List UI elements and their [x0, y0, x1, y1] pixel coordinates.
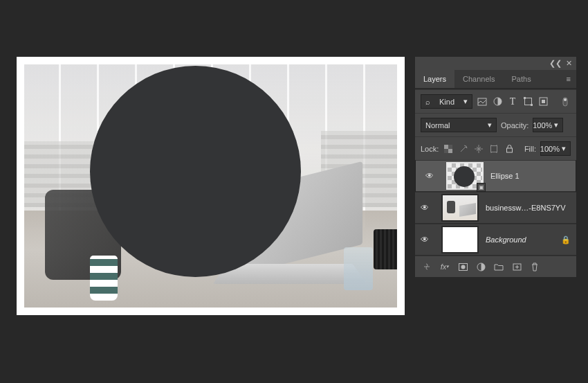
lock-all-icon[interactable]: [504, 143, 515, 154]
lock-pixels-icon[interactable]: [458, 143, 469, 154]
layer-fx-icon[interactable]: fx▾: [439, 261, 450, 272]
visibility-toggle-icon[interactable]: 👁: [415, 235, 434, 244]
layer-name[interactable]: Background: [486, 235, 554, 244]
svg-rect-13: [506, 148, 512, 152]
svg-rect-0: [478, 98, 486, 105]
canvas-stage: [17, 57, 405, 315]
delete-layer-icon[interactable]: [529, 261, 540, 272]
document-image[interactable]: [24, 64, 397, 308]
layer-thumbnail[interactable]: [441, 226, 479, 253]
group-layers-icon[interactable]: [493, 261, 504, 272]
fill-input[interactable]: 100% ▾: [540, 141, 571, 156]
svg-rect-11: [448, 149, 452, 153]
filter-pixel-icon[interactable]: [477, 96, 488, 107]
lock-label: Lock:: [421, 145, 439, 153]
lock-row: Lock: Fill: 100% ▾: [415, 136, 576, 160]
svg-rect-10: [444, 145, 448, 149]
svg-point-8: [564, 98, 567, 101]
layer-name[interactable]: Ellipse 1: [490, 172, 570, 180]
shape-ellipse[interactable]: [90, 66, 301, 277]
opacity-label: Opacity:: [501, 121, 529, 130]
filter-adjust-icon[interactable]: [492, 96, 503, 107]
panel-menu-icon[interactable]: ≡: [567, 75, 576, 83]
filter-smart-icon[interactable]: [538, 96, 549, 107]
panel-tabs: Layers Channels Paths ≡: [415, 70, 576, 89]
layer-background[interactable]: 👁 Background 🔒: [415, 224, 576, 256]
layers-footer: fx▾: [415, 256, 576, 277]
lock-icon[interactable]: 🔒: [561, 235, 571, 244]
shape-badge-icon: ▣: [477, 183, 486, 192]
filter-shape-icon[interactable]: [522, 96, 533, 107]
visibility-toggle-icon[interactable]: 👁: [415, 203, 434, 213]
adjustment-layer-icon[interactable]: [475, 261, 486, 272]
filter-toggle-icon[interactable]: [560, 96, 571, 107]
fill-label: Fill:: [524, 145, 536, 153]
layer-name[interactable]: businessw…-E8NS7YV: [486, 204, 571, 212]
lock-artboard-icon[interactable]: [488, 143, 499, 154]
tab-layers[interactable]: Layers: [415, 70, 454, 88]
tab-channels[interactable]: Channels: [454, 70, 503, 88]
blend-mode-select[interactable]: Normal▾: [421, 118, 497, 132]
svg-rect-12: [491, 145, 497, 152]
svg-point-15: [461, 265, 465, 269]
lock-position-icon[interactable]: [473, 143, 484, 154]
add-mask-icon[interactable]: [457, 261, 468, 272]
layer-business-image[interactable]: 👁 businessw…-E8NS7YV: [415, 192, 576, 224]
collapse-panel-icon[interactable]: ❮❮: [549, 59, 562, 68]
layer-thumbnail[interactable]: [441, 194, 479, 222]
link-layers-icon[interactable]: [421, 261, 432, 272]
visibility-toggle-icon[interactable]: 👁: [420, 171, 439, 181]
layer-list: 👁 ▣ Ellipse 1 👁 businessw…-E8NS7YV 👁 Bac…: [415, 160, 576, 256]
filter-kind-select[interactable]: ⌕ Kind ▾: [421, 94, 472, 109]
svg-rect-6: [542, 100, 545, 103]
close-panel-icon[interactable]: ✕: [566, 59, 572, 68]
new-layer-icon[interactable]: [511, 261, 522, 272]
svg-rect-4: [531, 104, 533, 106]
filter-type-icon[interactable]: T: [507, 96, 518, 107]
svg-rect-3: [524, 97, 526, 99]
layer-filter-row: ⌕ Kind ▾ T: [415, 89, 576, 113]
blend-row: Normal▾ Opacity: 100% ▾: [415, 113, 576, 136]
layers-panel: ❮❮ ✕ Layers Channels Paths ≡ ⌕ Kind ▾ T …: [415, 57, 576, 277]
layer-ellipse-1[interactable]: 👁 ▣ Ellipse 1: [415, 160, 576, 192]
opacity-input[interactable]: 100% ▾: [533, 118, 563, 132]
tab-paths[interactable]: Paths: [504, 70, 540, 88]
lock-transparency-icon[interactable]: [443, 143, 454, 154]
